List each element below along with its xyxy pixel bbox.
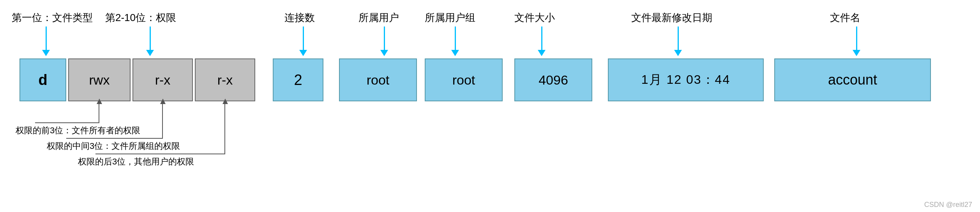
- annot-line-rx2-h: [95, 154, 225, 154]
- box-rx1: r-x: [132, 58, 193, 101]
- annot-perm3: 权限的后3位，其他用户的权限: [78, 156, 194, 168]
- box-rwx: rwx: [68, 58, 131, 101]
- label-filename: 文件名: [830, 11, 860, 25]
- label-links: 连接数: [284, 11, 315, 25]
- box-date: 1月 12 03：44: [608, 58, 764, 101]
- annot-line-rwx-v: [99, 101, 99, 123]
- box-filename: account: [774, 58, 931, 101]
- arrow-links: [299, 26, 307, 56]
- arrow-permissions: [146, 26, 154, 56]
- annot-line-rx1-v: [162, 101, 163, 138]
- arrow-filename: [853, 26, 860, 56]
- arrow-date: [674, 26, 682, 56]
- box-d: d: [19, 58, 66, 101]
- watermark: CSDN @reitl27: [924, 201, 972, 209]
- annot-perm1: 权限的前3位：文件所有者的权限: [16, 125, 140, 136]
- arrow-size: [538, 26, 546, 56]
- label-group: 所属用户组: [425, 11, 475, 25]
- label-file-type: 第一位：文件类型: [12, 11, 93, 25]
- box-size: 4096: [514, 58, 592, 101]
- annot-perm2: 权限的中间3位：文件所属组的权限: [47, 140, 180, 152]
- arrow-annot-rwx: [97, 99, 102, 104]
- arrow-group: [451, 26, 459, 56]
- annot-line-rwx-h: [35, 122, 99, 123]
- arrow-file-type: [42, 26, 50, 56]
- box-links: 2: [273, 58, 323, 101]
- box-owner: root: [339, 58, 417, 101]
- label-owner: 所属用户: [358, 11, 399, 25]
- box-group: root: [425, 58, 503, 101]
- label-date: 文件最新修改日期: [631, 11, 712, 25]
- annot-line-rx1-h: [66, 138, 163, 139]
- arrow-annot-rx2: [222, 99, 228, 104]
- arrow-annot-rx1: [160, 99, 166, 104]
- box-rx2: r-x: [195, 58, 255, 101]
- annot-line-rx2-v: [224, 101, 225, 154]
- label-permissions: 第2-10位：权限: [105, 11, 176, 25]
- label-size: 文件大小: [514, 11, 555, 25]
- arrow-owner: [380, 26, 388, 56]
